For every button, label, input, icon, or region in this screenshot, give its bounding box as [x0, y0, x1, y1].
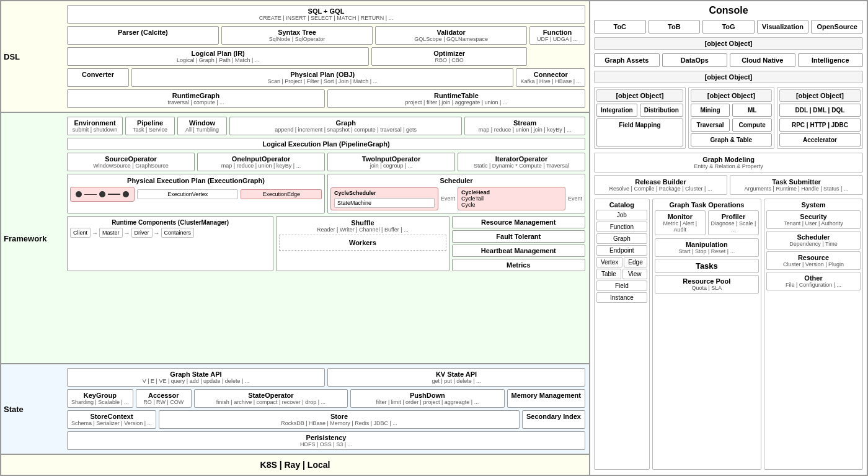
execution-edge-box: ExecutionEdge [241, 189, 322, 199]
runtime-table-box: RuntimeTable project | filter | join | a… [327, 89, 585, 108]
edge-item[interactable]: Edge [624, 257, 647, 267]
other-title: Other [769, 274, 858, 282]
accessor-box: Accessor RO | RW | COW [136, 389, 192, 408]
arguments-sub: Arguments | Runtime | Handle | Status | … [733, 186, 860, 192]
runtime-components-title: Runtime Components (ClusterManager) [70, 219, 270, 226]
shuffle-sub: Reader | Writer | Channel | Buffer | ... [279, 227, 446, 233]
logical-plan-box: Logical Plan (IR) Logical | Graph | Path… [67, 47, 369, 66]
two-input-op-box: TwoInputOperator join | cogroup | ... [327, 153, 455, 171]
security-title: Security [769, 213, 858, 220]
profiler-title: Profiler [711, 213, 756, 220]
graph-task-ops-area: Graph Task Operations Monitor Metric | A… [652, 199, 761, 470]
tog-box[interactable]: ToG [702, 20, 755, 34]
transmission-header: [object Object] [596, 89, 683, 102]
graph-modeling-area: Graph Modeling Entity & Relation & Prope… [594, 153, 863, 173]
arrow3: → [154, 230, 160, 236]
metrics-box: Metrics [452, 259, 585, 271]
graph-task-ops-title: Graph Task Operations [655, 201, 759, 209]
runtime-graph-box: RuntimeGraph traversal | compute | ... [67, 89, 325, 108]
field-mapping-box[interactable]: Field Mapping [596, 119, 683, 146]
parser-box: Parser (Calcite) [67, 26, 219, 45]
graph-box: Graph append | increment | snapshot | co… [229, 117, 462, 135]
vertex-item[interactable]: Vertex [596, 257, 622, 267]
dsl-label: DSL [4, 52, 20, 61]
quota-sla-sub: Quota | SLA [657, 285, 756, 291]
function-item[interactable]: Function [596, 222, 647, 232]
toc-box[interactable]: ToC [594, 20, 646, 34]
compute-box[interactable]: Compute [732, 119, 772, 132]
client-box: Client [70, 228, 91, 238]
visualization-box[interactable]: Visualization [757, 20, 809, 34]
manipulation-title: Manipulation [657, 241, 756, 248]
manipulation-area: Manipulation Start | Stop | Reset | ... [655, 238, 759, 257]
release-builder-title: Release Builder [597, 178, 724, 186]
field-item[interactable]: Field [596, 281, 647, 291]
cloud-native-box[interactable]: Cloud Native [730, 53, 795, 67]
cluster-version-sub: Cluster | Version | Plugin [769, 261, 858, 267]
file-config-sub: File | Configuration | ... [769, 282, 858, 288]
accelerator-box[interactable]: Accelerator [779, 133, 861, 146]
converter-box: Converter [67, 68, 129, 87]
tob-box[interactable]: ToB [649, 20, 701, 34]
endpoint-item[interactable]: Endpoint [596, 245, 647, 256]
other-area: Other File | Configuration | ... [766, 272, 861, 290]
graph-table-box[interactable]: Graph & Table [691, 133, 772, 146]
table-item[interactable]: Table [596, 269, 621, 279]
processing-area: [object Object] Mining ML Traversal Comp… [688, 87, 774, 149]
resource-pool-title: Resource Pool [657, 277, 756, 285]
window-box: Window All | Tumbling [177, 117, 227, 135]
graph-assets-box[interactable]: Graph Assets [594, 53, 660, 67]
graph-modeling-title: Graph Modeling [597, 156, 860, 163]
resource-mgmt-box: Resource Management [452, 216, 585, 228]
tasks-title: Tasks [657, 261, 756, 271]
resolve-compile-sub: Resolve | Compile | Package | Cluster | … [597, 186, 724, 192]
runtime-components-area: Runtime Components (ClusterManager) Clie… [67, 216, 273, 271]
rpc-http-box[interactable]: RPC | HTTP | JDBC [779, 119, 861, 132]
release-builder-area: Release Builder Resolve | Compile | Pack… [594, 175, 727, 195]
heartbeat-mgmt-box: Heartbeat Management [452, 245, 585, 257]
catalog-title: Catalog [596, 201, 647, 209]
ml-box[interactable]: ML [732, 104, 772, 117]
master-box: Master [99, 228, 123, 238]
mining-box[interactable]: Mining [691, 104, 730, 117]
dataops-box[interactable]: DataOps [662, 53, 728, 67]
job-item[interactable]: Job [596, 210, 647, 220]
diagnose-sub: Diagnose | Scale | ... [711, 220, 756, 233]
ddl-dml-box[interactable]: DDL | DML | DQL [779, 104, 861, 117]
scheduler-title: Scheduler [330, 177, 582, 184]
physical-exec-title: Physical Execution Plan (ExecutionGraph) [70, 177, 322, 184]
stream-box: Stream map | reduce | union | join | key… [464, 117, 585, 135]
intelligence-box[interactable]: Intelligence [798, 53, 864, 67]
store-context-box: StoreContext Schema | Serializer | Versi… [67, 410, 156, 429]
system-area: System Security Tenant | User | Authorit… [764, 199, 863, 470]
resource-r-area: Resource Cluster | Version | Plugin [766, 251, 861, 270]
event-label: Event [441, 195, 455, 202]
tenant-sub: Tenant | User | Authority [769, 220, 858, 227]
distribution-box[interactable]: Distribution [640, 104, 683, 117]
task-submitter-title: Task Submitter [733, 178, 860, 186]
memory-mgmt-box: Memory Management [507, 389, 585, 408]
graph-item[interactable]: Graph [596, 233, 647, 244]
monitor-area: Monitor Metric | Alert | Audit [655, 210, 706, 235]
syntax-tree-box: Syntax Tree SqlNode | SqlOperator [221, 26, 373, 45]
validator-box: Validator GQLScope | GQLNamespace [375, 26, 527, 45]
instance-item[interactable]: Instance [596, 292, 647, 303]
serving-area: [object Object] DDL | DML | DQL RPC | HT… [777, 87, 863, 149]
tasks-area: Tasks [655, 259, 759, 273]
arrow1: → [92, 230, 98, 236]
containers-box: Containers [161, 228, 195, 238]
view-item[interactable]: View [622, 269, 647, 279]
kv-state-api-box: KV State API get | put | delete | ... [327, 368, 585, 387]
sql-gql-box: SQL + GQL CREATE | INSERT | SELECT | MAT… [67, 5, 585, 24]
dependency-sub: Dependency | Time [769, 241, 858, 247]
state-operator-box: StateOperator finish | archive | compact… [194, 389, 348, 408]
integration-box[interactable]: Integration [596, 104, 637, 117]
environment-box: Environment submit | shutdown [67, 117, 123, 135]
shuffle-area: Shuffle Reader | Writer | Channel | Buff… [276, 216, 449, 271]
console-title: Console [594, 5, 863, 16]
opensource-box[interactable]: OpenSource [811, 20, 863, 34]
profiler-area: Profiler Diagnose | Scale | ... [708, 210, 759, 235]
perisistency-box: Perisistency HDFS | OSS | S3 | ... [67, 431, 585, 450]
traversal-box[interactable]: Traversal [691, 119, 730, 132]
function-box: Function UDF | UDGA | ... [529, 26, 585, 45]
